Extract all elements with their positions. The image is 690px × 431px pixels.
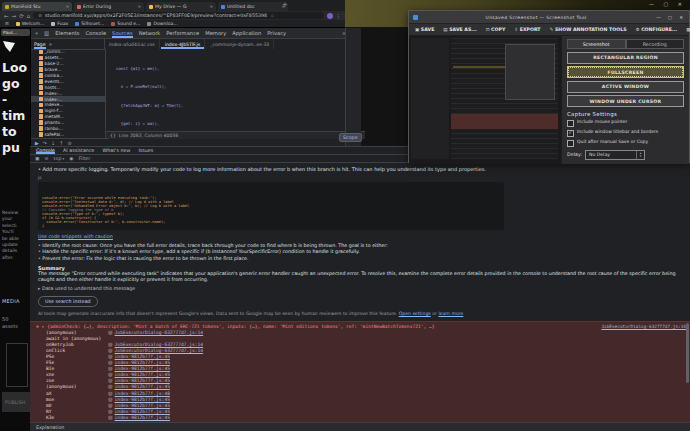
tool-toolbar-button[interactable]: ▣ SAVE — [415, 27, 434, 32]
bookmark-item[interactable]: Fuax — [51, 21, 68, 26]
error-source-link[interactable]: JobExecutorDialog-632777d7.js:14 — [601, 324, 686, 329]
capture-option[interactable]: Include window titlebar and borders — [567, 129, 684, 137]
frame-location-link[interactable]: JobExecutorDialog-632777d7.js:14 — [115, 342, 204, 347]
bookmark-item[interactable]: Silhouet... — [75, 21, 104, 26]
checkbox[interactable] — [567, 120, 574, 127]
apps-grid-icon[interactable] — [5, 21, 9, 26]
frame-location-link[interactable]: JobExecutorDialog-632777d7.js:14 — [115, 348, 204, 353]
bookmark-item[interactable]: Welcom... — [16, 21, 45, 26]
minimize-icon[interactable]: — — [654, 15, 663, 20]
browser-tab[interactable]: Untitled doc — [218, 2, 288, 11]
tab-close-icon[interactable] — [66, 4, 69, 9]
open-settings-link[interactable]: Open settings — [399, 311, 431, 316]
drawer-tab[interactable]: AI assistance — [63, 147, 94, 154]
profile-avatar[interactable] — [327, 13, 333, 19]
bookmark-item[interactable]: Downloa... — [147, 21, 177, 26]
frame-location-link[interactable]: index-9812b77f.js:45 — [115, 384, 170, 389]
frame-location-link[interactable]: index-9812b77f.js:45 — [115, 366, 170, 371]
capture-tab[interactable]: Recording — [626, 39, 685, 48]
tool-toolbar-button[interactable]: ✎ SHOW ANNOTATION TOOLS — [550, 27, 627, 32]
pretty-print-icon[interactable] — [110, 133, 116, 138]
frame-location-link[interactable]: index-9812b77f.js:45 — [115, 415, 170, 420]
tab-close-icon[interactable] — [210, 4, 213, 9]
capture-option[interactable]: Include mouse pointer — [567, 119, 684, 127]
navigator-page-tab[interactable]: Page — [34, 39, 46, 49]
device-toolbar-icon[interactable] — [44, 30, 49, 36]
checkbox[interactable] — [567, 130, 574, 137]
frame-location-link[interactable]: index-9812b77f.js:45 — [115, 378, 170, 383]
use-search-instead-button[interactable]: Use search instead — [38, 296, 98, 307]
tab-close-icon[interactable] — [138, 4, 141, 9]
publish-button[interactable]: PUBLISH — [2, 392, 30, 412]
scope-tab-chip[interactable]: Scope — [339, 133, 362, 142]
code-caution-link[interactable]: Use code snippets with caution — [38, 234, 113, 240]
learn-more-link[interactable]: learn more — [438, 311, 463, 316]
capture-tab[interactable]: Screenshot — [567, 39, 626, 48]
frame-location-link[interactable]: index-9812b77f.js:45 — [115, 372, 170, 377]
tool-toolbar-button[interactable]: ▦ HELP — [686, 27, 690, 32]
capture-mode-button[interactable]: RECTANGULAR REGION — [567, 52, 684, 64]
frame-location-link[interactable]: index-9812b77f.js:45 — [115, 403, 170, 408]
checkbox[interactable] — [567, 140, 574, 147]
frame-location-link[interactable]: index-9812b77f.js:45 — [115, 409, 170, 414]
devtools-tab[interactable]: Memory — [205, 28, 226, 38]
context-selector[interactable]: top — [54, 156, 65, 161]
frame-location-link[interactable]: index-9812b77f.js:45 — [115, 397, 170, 402]
editor-tab[interactable]: index-a5a5b1ac.css — [105, 39, 160, 49]
drawer-tab[interactable]: Issues — [138, 147, 153, 154]
maximize-icon[interactable]: ▢ — [666, 15, 674, 20]
close-icon[interactable]: ✕ — [677, 15, 685, 20]
browser-tab[interactable]: My Drive — G — [146, 2, 216, 11]
reload-icon[interactable] — [19, 13, 24, 19]
background-window-controls[interactable]: — ▢ ✕ — [649, 1, 686, 7]
capture-mode-button[interactable]: ACTIVE WINDOW — [567, 81, 684, 93]
bookmark-item[interactable]: Sound e... — [111, 21, 140, 26]
tool-titlebar[interactable]: Unsaved Screenshot — Screenshot Tool — ▢… — [409, 11, 689, 24]
error-object-preview[interactable]: {adminCheck: {…}, description: 'Mint a b… — [42, 324, 599, 329]
frame-location-link[interactable]: index-9812b77f.js:45 — [115, 360, 170, 365]
devtools-tab[interactable]: Sources — [112, 28, 133, 38]
spinner-arrows-icon[interactable]: ▴▾ — [636, 151, 644, 159]
editor-tab[interactable]: index-4Jb5TlF.js — [161, 39, 205, 49]
frame-location-link[interactable]: index-9812b77f.js:45 — [115, 354, 170, 359]
devtools-tab[interactable]: Performance — [166, 28, 199, 38]
data-used-expander[interactable]: Data used to understand this message — [38, 286, 684, 292]
file-tree-item[interactable]: safePal… — [31, 131, 105, 137]
site-info-icon[interactable] — [38, 13, 42, 18]
delay-select[interactable]: No Delay ▴▾ — [585, 150, 645, 160]
tool-toolbar-button[interactable]: ▤ SAVE AS... — [443, 27, 476, 32]
frame-location-link[interactable]: JobExecutorDialog-632777d7.js:14 — [115, 330, 204, 335]
capture-mode-button[interactable]: WINDOW UNDER CURSOR — [567, 95, 684, 107]
drawer-tab[interactable]: Console — [36, 147, 55, 154]
browser-tab[interactable]: ManiFold Stu — [2, 2, 72, 11]
paused-in-debugger-banner[interactable]: Paus... — [1, 29, 30, 36]
tool-toolbar-button[interactable]: ⊡ COPY — [486, 27, 506, 32]
media-thumbnail-placeholder[interactable] — [6, 343, 28, 387]
devtools-tab[interactable]: Network — [139, 28, 161, 38]
console-filter-input[interactable]: Filter — [78, 156, 138, 161]
back-icon[interactable] — [4, 13, 9, 19]
forward-icon[interactable] — [12, 13, 17, 19]
navigator-more-icon[interactable] — [49, 41, 52, 47]
browser-menu-icon[interactable] — [336, 13, 342, 19]
tool-toolbar-button[interactable]: ⇪ EXPORT — [514, 27, 540, 32]
capture-option[interactable]: Quit after manual Save or Copy — [567, 139, 684, 147]
browser-tab[interactable]: Error During — [74, 2, 144, 11]
devtools-tab[interactable]: Elements — [55, 28, 79, 38]
inspect-element-icon[interactable] — [35, 30, 38, 37]
error-message-row[interactable]: {adminCheck: {…}, description: 'Mint a b… — [36, 324, 686, 329]
tool-toolbar-button[interactable]: ⚙ CONFIGURE... — [636, 27, 678, 32]
frame-location-link[interactable]: index-9812b77f.js:48 — [115, 391, 170, 396]
address-bar[interactable]: studio.manifold.xyz/apps/0x2F2F05E3/inst… — [33, 12, 323, 19]
capture-mode-button[interactable]: FULLSCREEN — [567, 66, 684, 78]
live-expression-icon[interactable] — [69, 156, 73, 161]
bookmark-star-icon[interactable] — [270, 13, 274, 18]
devtools-tab[interactable]: Privacy — [267, 28, 286, 38]
editor-tab[interactable]: _commonjs-dynam..es-33 — [206, 39, 274, 49]
drawer-tab[interactable]: What's new — [103, 147, 131, 154]
drawer-scrollbar[interactable] — [686, 323, 689, 383]
console-sidebar-icon[interactable] — [35, 156, 40, 161]
home-icon[interactable] — [27, 13, 31, 19]
clear-console-icon[interactable] — [45, 156, 49, 161]
devtools-tab[interactable]: Application — [232, 28, 261, 38]
